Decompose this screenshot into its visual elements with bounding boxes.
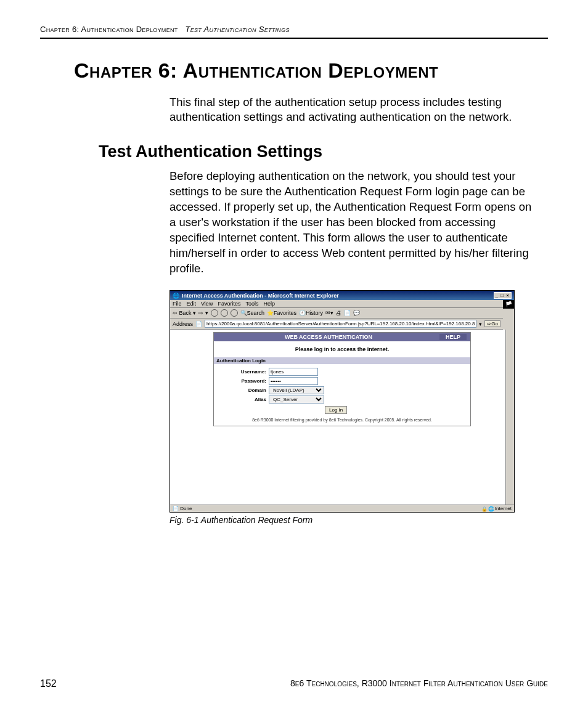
- scrollbar[interactable]: [505, 330, 514, 505]
- go-button[interactable]: ⇨Go: [484, 320, 500, 327]
- back-button[interactable]: ⇦ Back ▾: [173, 310, 196, 316]
- password-input[interactable]: [269, 377, 318, 385]
- header-section: Test Authentication Settings: [185, 25, 289, 34]
- figure-caption: Fig. 6-1 Authentication Request Form: [169, 515, 548, 525]
- username-input[interactable]: [269, 368, 318, 376]
- auth-login-bar: Authentication Login: [214, 357, 470, 364]
- username-label: Username:: [232, 369, 266, 375]
- auth-header: WEB ACCESS AUTHENTICATION HELP: [214, 333, 470, 341]
- ie-titlebar: 🌐 Internet Access Authentication - Micro…: [170, 291, 514, 300]
- ie-app-icon: 🌐: [173, 293, 179, 299]
- domain-select[interactable]: Novell (LDAP): [269, 386, 324, 394]
- mail-icon[interactable]: ✉▾: [325, 310, 333, 316]
- running-header: Chapter 6: Authentication Deployment Tes…: [40, 25, 548, 39]
- forward-button[interactable]: ⇨ ▾: [198, 310, 208, 316]
- help-button[interactable]: HELP: [439, 334, 467, 340]
- zone-icon: 🌐: [488, 506, 493, 511]
- refresh-icon[interactable]: [221, 309, 228, 317]
- auth-form: Username: Password: Domain Novell (LDAP)…: [214, 364, 470, 426]
- auth-header-title: WEB ACCESS AUTHENTICATION: [285, 334, 372, 340]
- chapter-title: Chapter 6: Authentication Deployment: [74, 57, 468, 84]
- ie-addressbar: Address 📄 ▾ ⇨Go: [170, 318, 503, 330]
- auth-panel: WEB ACCESS AUTHENTICATION HELP Please lo…: [213, 332, 471, 426]
- menu-help[interactable]: Help: [263, 301, 275, 307]
- menu-tools[interactable]: Tools: [245, 301, 258, 307]
- stop-icon[interactable]: [211, 309, 218, 317]
- section-body: Before deploying authentication on the n…: [169, 169, 536, 277]
- lock-icon: 🔒: [481, 506, 486, 511]
- ie-window: 🌐 Internet Access Authentication - Micro…: [169, 290, 515, 513]
- ie-title-text: Internet Access Authentication - Microso…: [182, 293, 339, 299]
- home-icon[interactable]: [231, 309, 238, 317]
- password-label: Password:: [232, 378, 266, 384]
- menu-favorites[interactable]: Favorites: [218, 301, 240, 307]
- ie-toolbar: ⇦ Back ▾ ⇨ ▾ 🔍Search ⭐Favorites 🕘History…: [170, 308, 503, 318]
- search-button[interactable]: 🔍Search: [240, 310, 265, 316]
- footer-text: 8e6 Technologies, R3000 Internet Filter …: [290, 678, 548, 689]
- auth-message: Please log in to access the Internet.: [214, 341, 470, 357]
- menu-file[interactable]: File: [173, 301, 182, 307]
- alias-label: Alias: [232, 397, 266, 402]
- menu-edit[interactable]: Edit: [187, 301, 197, 307]
- page-footer: 152 8e6 Technologies, R3000 Internet Fil…: [40, 678, 548, 689]
- header-chapter: Chapter 6: Authentication Deployment: [40, 25, 178, 34]
- menu-view[interactable]: View: [201, 301, 213, 307]
- ie-content-area: WEB ACCESS AUTHENTICATION HELP Please lo…: [170, 330, 514, 505]
- page-number: 152: [40, 678, 57, 689]
- login-button[interactable]: Log In: [325, 406, 347, 414]
- address-input[interactable]: [205, 320, 476, 328]
- alias-select[interactable]: QC_Server: [269, 396, 324, 404]
- domain-label: Domain: [232, 387, 266, 393]
- status-done: Done: [180, 506, 192, 511]
- ie-menubar: File Edit View Favorites Tools Help: [170, 300, 503, 308]
- window-controls[interactable]: _ □ ×: [494, 292, 512, 299]
- address-dropdown-icon[interactable]: ▾: [479, 321, 482, 327]
- chapter-intro: This final step of the authentication se…: [169, 95, 536, 126]
- status-zone: Internet: [495, 506, 512, 511]
- discuss-icon[interactable]: 💬: [353, 310, 360, 316]
- address-label: Address: [173, 321, 193, 327]
- status-done-icon: 📄: [173, 506, 179, 511]
- auth-copyright: 8e6 R3000 Internet filtering provided by…: [232, 418, 452, 422]
- page-icon: 📄: [195, 321, 202, 327]
- section-title: Test Authentication Settings: [99, 142, 548, 161]
- ie-throbber-icon: 🏳️: [503, 300, 514, 309]
- edit-icon[interactable]: 📄: [344, 310, 351, 316]
- history-button[interactable]: 🕘History: [299, 310, 323, 316]
- print-icon[interactable]: 🖨: [336, 310, 341, 316]
- favorites-button[interactable]: ⭐Favorites: [267, 310, 296, 316]
- ie-statusbar: 📄 Done 🔒 🌐 Internet: [170, 505, 514, 512]
